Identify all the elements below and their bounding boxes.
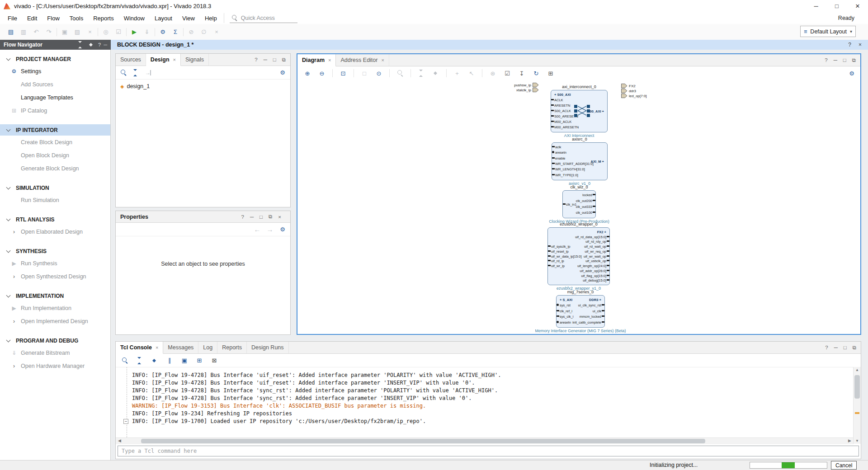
diagram-tab-diagram[interactable]: Diagram×	[297, 54, 336, 66]
ip-block-ezusbfx2_wrapper_0[interactable]: ezusbfx2_wrapper_0uif_sysclk_ipuif_reset…	[547, 222, 610, 291]
attach-button[interactable]: ∅	[198, 26, 210, 38]
port-aresetn[interactable]: aresetn	[560, 320, 571, 324]
flow-item-generate-bitstream[interactable]: ⇓Generate Bitstream	[0, 346, 110, 359]
menu-help[interactable]: Help	[200, 13, 222, 23]
menu-layout[interactable]: Layout	[150, 13, 177, 23]
vertical-scrollbar[interactable]: ▲ ▼	[853, 367, 861, 444]
port-FX2[interactable]: FX2 +	[597, 230, 606, 234]
maximize-panel-icon[interactable]: □	[843, 57, 846, 63]
scrollbar-thumb[interactable]	[854, 375, 860, 399]
port-AXI_M[interactable]: AXI_M +	[591, 160, 604, 164]
port-DDR3[interactable]: DDR3 +	[589, 298, 601, 302]
pin-button[interactable]: ↧	[516, 67, 527, 80]
float-panel-icon[interactable]: ⧉	[269, 214, 272, 220]
port-locked[interactable]: locked	[582, 193, 592, 197]
validate-design-button[interactable]: ☑	[502, 67, 513, 80]
block-body[interactable]: uif_sysclk_ipuif_reset_ipuif_wr_data_ip[…	[547, 227, 610, 285]
external-port-led_op[7:0][interactable]: led_op[7:0]	[621, 94, 647, 98]
search-button[interactable]	[119, 354, 130, 367]
port-ARESETN[interactable]: ARESETN	[554, 103, 570, 108]
port-ui_clk[interactable]: ui_clk	[593, 309, 601, 313]
maximize-panel-icon[interactable]: □	[273, 57, 276, 62]
flow-section-ip-integrator[interactable]: IP INTEGRATOR	[0, 124, 110, 136]
minimize-panel-icon[interactable]: ─	[250, 214, 254, 220]
flow-item-run-synthesis[interactable]: ▶Run Synthesis	[0, 257, 110, 270]
flow-section-implementation[interactable]: IMPLEMENTATION	[0, 290, 110, 301]
forward-arrow-icon[interactable]: →	[266, 226, 274, 233]
console-tab-reports[interactable]: Reports	[217, 342, 247, 353]
port-uif_wr_wait_op[interactable]: uif_wr_wait_op	[584, 254, 606, 258]
help-icon[interactable]: ?	[255, 57, 257, 62]
add-ip-button[interactable]: +	[452, 67, 462, 80]
minimize-panel-icon[interactable]: ─	[264, 57, 267, 62]
collapse-all-icon[interactable]	[76, 41, 85, 48]
close-tab-icon[interactable]: ×	[328, 57, 331, 63]
menu-window[interactable]: Window	[119, 13, 150, 23]
port-ACLK[interactable]: ACLK	[554, 98, 563, 102]
menu-reports[interactable]: Reports	[88, 13, 119, 23]
make-connection-button[interactable]: ↖	[466, 67, 477, 80]
port-uif_sysclk_ip[interactable]: uif_sysclk_ip	[551, 244, 571, 249]
port-uif_wr_req_op[interactable]: uif_wr_req_op	[585, 249, 606, 254]
flow-item-generate-block-design[interactable]: Generate Block Design	[0, 162, 110, 175]
external-port-icon[interactable]	[533, 88, 539, 92]
menu-edit[interactable]: Edit	[22, 13, 42, 23]
console-tab-design-runs[interactable]: Design Runs	[247, 342, 289, 353]
gear-icon[interactable]: ⚙	[278, 226, 287, 233]
float-panel-icon[interactable]: ⧉	[853, 345, 856, 351]
port-clk_in1[interactable]: clk_in1	[566, 202, 576, 207]
port-ui_clk_sync_rst[interactable]: ui_clk_sync_rst	[578, 303, 601, 307]
menu-view[interactable]: View	[177, 13, 200, 23]
ip-block-axi_interconnect_0[interactable]: axi_interconnect_0+ S00_AXIACLKARESETNS0…	[551, 85, 608, 138]
close-icon[interactable]: ×	[278, 214, 281, 220]
port-uif_usbclk_op[interactable]: uif_usbclk_op	[585, 259, 606, 263]
generate-bitstream-button[interactable]: ⇓	[141, 26, 153, 38]
autofit-selection-button[interactable]: ⊙	[373, 67, 384, 80]
scrollbar-thumb[interactable]	[141, 439, 705, 443]
collapse-marker-icon[interactable]: −	[123, 419, 128, 424]
minimize-panel-icon[interactable]: ─	[104, 42, 107, 47]
block-body[interactable]: + S_AXIsys_rstclk_ref_isys_clk_iaresetnD…	[556, 295, 605, 328]
port-sys_clk_i[interactable]: sys_clk_i	[560, 315, 573, 319]
console-tab-messages[interactable]: Messages	[163, 342, 198, 353]
clear-button[interactable]: ⊠	[209, 354, 220, 367]
maximize-icon[interactable]: □	[826, 0, 847, 12]
port-S00_ACLK[interactable]: S00_ACLK	[554, 109, 571, 113]
copy-button[interactable]: ▣	[58, 26, 71, 38]
ip-block-mig_7series_0[interactable]: mig_7series_0+ S_AXIsys_rstclk_ref_isys_…	[556, 290, 605, 333]
port-sys_rst[interactable]: sys_rst	[560, 303, 571, 307]
expand-all-icon[interactable]	[87, 41, 95, 48]
run-button[interactable]: ▶	[128, 26, 141, 38]
gear-icon[interactable]: ⚙	[848, 70, 856, 77]
port-S00_AXI[interactable]: + S00_AXI	[554, 93, 571, 97]
external-port-FX2[interactable]: FX2	[621, 84, 636, 88]
collapse-all-button[interactable]	[134, 354, 145, 367]
port-clk_ref_i[interactable]: clk_ref_i	[560, 309, 572, 313]
diagram-tab-address-editor[interactable]: Address Editor×	[336, 54, 389, 66]
tcl-command-input[interactable]	[118, 446, 859, 456]
port-aresetn[interactable]: aresetn	[555, 150, 566, 155]
port-clk_out333[interactable]: clk_out333	[576, 205, 592, 209]
zoom-out-button[interactable]: ⊖	[316, 67, 327, 80]
port-aclk[interactable]: aclk	[555, 145, 561, 149]
port-uif_debug[15:0][interactable]: uif_debug[15:0]	[583, 278, 606, 282]
gear-icon[interactable]: ⚙	[278, 69, 287, 76]
expand-all-button[interactable]	[430, 67, 441, 80]
scroll-up-icon[interactable]: ▲	[854, 368, 861, 372]
close-tab-icon[interactable]: ×	[381, 57, 384, 63]
close-tab-icon[interactable]: ×	[156, 345, 158, 350]
minimize-icon[interactable]: ─	[806, 0, 826, 12]
port-uif_rd_wait_op[interactable]: uif_rd_wait_op	[584, 244, 606, 249]
zoom-in-button[interactable]: ⊕	[302, 67, 313, 80]
port-init_calib_complete[interactable]: init_calib_complete	[572, 320, 601, 324]
ip-block-clk_wiz_0[interactable]: clk_wiz_0clk_in1lockedclk_out200clk_out3…	[562, 185, 596, 224]
flow-item-open-elaborated-design[interactable]: ›Open Elaborated Design	[0, 225, 110, 238]
external-port-icon[interactable]	[621, 89, 627, 93]
flow-item-open-hardware-manager[interactable]: ›Open Hardware Manager	[0, 359, 110, 372]
pause-output-button[interactable]: ∥	[164, 354, 175, 367]
close-icon[interactable]: ✕	[847, 0, 868, 12]
goto-selected-icon[interactable]	[144, 69, 152, 76]
port-uif_rd_data_op[15:0][interactable]: uif_rd_data_op[15:0]	[575, 235, 606, 239]
port-uif_wr_data_ip[15:0][interactable]: uif_wr_data_ip[15:0]	[551, 254, 582, 258]
port-clk_out200[interactable]: clk_out200	[576, 199, 592, 203]
